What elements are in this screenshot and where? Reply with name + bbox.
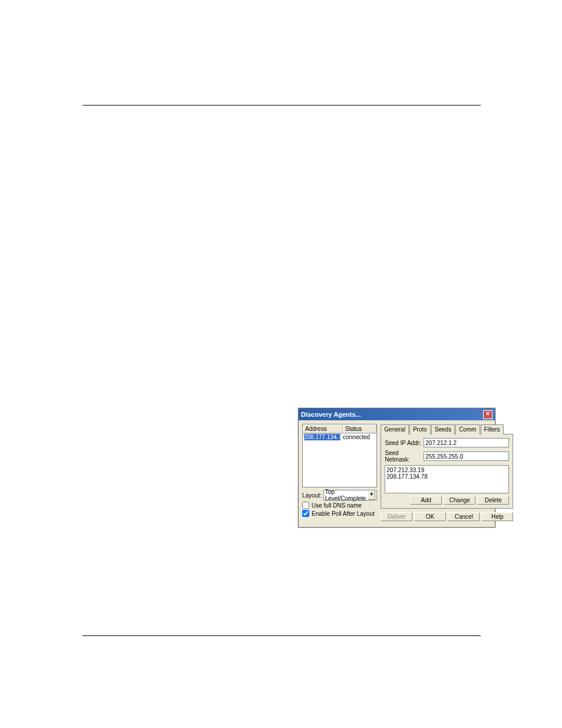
list-item[interactable]: 208.177.134.78 bbox=[386, 473, 507, 480]
listview-header: Address Status bbox=[303, 424, 376, 434]
dialog-buttons: Deliver OK Cancel Help bbox=[381, 512, 513, 521]
seed-ip-row: Seed IP Addr: bbox=[385, 438, 509, 447]
tab-proto[interactable]: Proto bbox=[409, 424, 431, 434]
list-item[interactable]: 207.212.33.19 bbox=[386, 467, 507, 473]
seed-netmask-input[interactable] bbox=[424, 452, 509, 461]
delete-button[interactable]: Delete bbox=[477, 496, 509, 505]
tab-seeds[interactable]: Seeds bbox=[431, 424, 455, 434]
use-dns-checkbox[interactable] bbox=[302, 502, 309, 509]
deliver-button: Deliver bbox=[381, 512, 412, 521]
left-panel: Address Status 208.177.134.78 connected … bbox=[302, 424, 377, 517]
tab-content-seeds: Seed IP Addr: Seed Netmask: 207.212.33.1… bbox=[381, 434, 513, 509]
help-button[interactable]: Help bbox=[481, 512, 513, 521]
page-rule-bottom bbox=[82, 635, 481, 636]
chevron-down-icon[interactable]: ▼ bbox=[368, 490, 375, 500]
discovery-agents-dialog: Discovery Agents... ✕ Address Status 208… bbox=[298, 408, 495, 528]
cell-status: connected bbox=[340, 434, 375, 440]
change-button[interactable]: Change bbox=[444, 496, 475, 505]
seed-listbox[interactable]: 207.212.33.19 208.177.134.78 bbox=[385, 465, 509, 493]
right-panel: General Proto Seeds Comm Filters Seed IP… bbox=[381, 424, 513, 517]
layout-label: Layout: bbox=[302, 492, 322, 499]
layout-value: Top Level/Complete bbox=[325, 489, 368, 502]
enable-poll-checkbox[interactable] bbox=[302, 510, 309, 517]
dialog-title: Discovery Agents... bbox=[301, 411, 361, 418]
add-button[interactable]: Add bbox=[410, 496, 442, 505]
agents-listview[interactable]: Address Status 208.177.134.78 connected bbox=[302, 424, 377, 487]
use-dns-label: Use full DNS name bbox=[312, 502, 362, 509]
cell-address: 208.177.134.78 bbox=[304, 434, 340, 440]
seed-netmask-row: Seed Netmask: bbox=[385, 450, 509, 463]
seed-buttons: Add Change Delete bbox=[385, 496, 509, 505]
tab-filters[interactable]: Filters bbox=[481, 424, 504, 434]
ok-button[interactable]: OK bbox=[414, 512, 446, 521]
seed-netmask-label: Seed Netmask: bbox=[385, 450, 421, 463]
seed-ip-label: Seed IP Addr: bbox=[385, 440, 421, 446]
column-status[interactable]: Status bbox=[343, 424, 376, 433]
seed-ip-input[interactable] bbox=[424, 438, 509, 447]
tab-strip: General Proto Seeds Comm Filters bbox=[381, 424, 513, 434]
enable-poll-row: Enable Poll After Layout bbox=[302, 510, 377, 517]
layout-dropdown[interactable]: Top Level/Complete ▼ bbox=[323, 490, 377, 500]
dialog-titlebar: Discovery Agents... ✕ bbox=[299, 409, 495, 420]
tab-comm[interactable]: Comm bbox=[455, 424, 480, 434]
cancel-button[interactable]: Cancel bbox=[448, 512, 480, 521]
table-row[interactable]: 208.177.134.78 connected bbox=[303, 434, 376, 440]
close-icon[interactable]: ✕ bbox=[483, 410, 492, 419]
use-dns-row: Use full DNS name bbox=[302, 502, 377, 509]
layout-row: Layout: Top Level/Complete ▼ bbox=[302, 490, 377, 500]
page-rule-top bbox=[82, 105, 481, 106]
enable-poll-label: Enable Poll After Layout bbox=[312, 510, 375, 517]
column-address[interactable]: Address bbox=[303, 424, 343, 433]
tab-general[interactable]: General bbox=[381, 424, 409, 434]
